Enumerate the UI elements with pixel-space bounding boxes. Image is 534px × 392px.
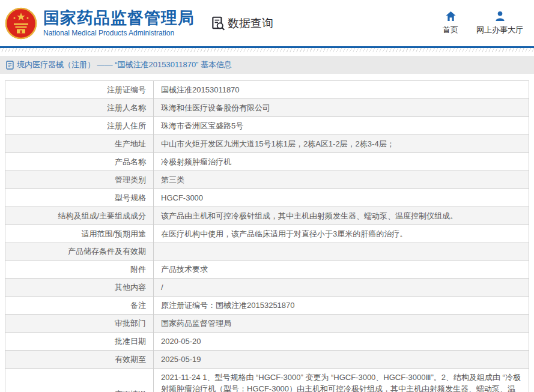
table-row: 生产地址 中山市火炬开发区九洲大道15号1栋1层，2栋A区1-2层，2栋3-4层… [5, 135, 529, 153]
table-row: 审批部门 国家药品监督管理局 [5, 315, 529, 333]
table-row: 产品储存条件及有效期 [5, 243, 529, 261]
row-value: 第三类 [154, 171, 529, 189]
table-row: 注册人住所 珠海市香洲区宝盛路5号 [5, 117, 529, 135]
row-value: 中山市火炬开发区九洲大道15号1栋1层，2栋A区1-2层，2栋3-4层； [154, 135, 529, 153]
row-value: HGCF-3000 [154, 189, 529, 207]
data-query-tab[interactable]: 数据查询 [210, 16, 273, 31]
nav-home[interactable]: 首页 [443, 11, 458, 35]
stripe-band [0, 48, 534, 52]
table-row: 结构及组成/主要组成成分 该产品由主机和可控冷极针组成，其中主机由射频发生器、蠕… [5, 207, 529, 225]
breadcrumb: 境内医疗器械（注册） —— “国械注准20153011870” 基本信息 [6, 59, 232, 70]
row-label: 注册证编号 [5, 81, 154, 99]
national-emblem-icon [5, 7, 37, 40]
row-value: 该产品由主机和可控冷极针组成，其中主机由射频发生器、蠕动泵、温度控制仪组成。 [154, 207, 529, 225]
row-value: 国家药品监督管理局 [154, 315, 529, 333]
row-value: 2025-05-19 [154, 351, 529, 369]
agency-name-block: 国家药品监督管理局 National Medical Products Admi… [43, 9, 195, 37]
table-row: 批准日期 2020-05-20 [5, 333, 529, 351]
table-row: 有效期至 2025-05-19 [5, 351, 529, 369]
row-label: 结构及组成/主要组成成分 [5, 207, 154, 225]
row-value: 冷极射频肿瘤治疗机 [154, 153, 529, 171]
page-header: 国家药品监督管理局 National Medical Products Admi… [0, 0, 534, 46]
table-row: 注册证编号 国械注准20153011870 [5, 81, 529, 99]
data-query-label: 数据查询 [228, 16, 273, 31]
table-row: 适用范围/预期用途 在医疗机构中使用，该产品临床适用于对直径小于3厘米的肝癌的治… [5, 225, 529, 243]
row-label: 有效期至 [5, 351, 154, 369]
row-label: 批准日期 [5, 333, 154, 351]
row-label: 适用范围/预期用途 [5, 225, 154, 243]
agency-name-en: National Medical Products Administration [43, 29, 195, 37]
row-label: 注册人住所 [5, 117, 154, 135]
row-label: 其他内容 [5, 279, 154, 297]
table-row: 注册人名称 珠海和佳医疗设备股份有限公司 [5, 99, 529, 117]
row-label: 管理类别 [5, 171, 154, 189]
document-search-icon [210, 16, 226, 31]
table-row: 附件 产品技术要求 [5, 261, 529, 279]
table-row: 管理类别 第三类 [5, 171, 529, 189]
breadcrumb-bar: 境内医疗器械（注册） —— “国械注准20153011870” 基本信息 [0, 56, 534, 74]
row-value: 珠海和佳医疗设备股份有限公司 [154, 99, 529, 117]
row-value: 国械注准20153011870 [154, 81, 529, 99]
row-value: 2020-05-20 [154, 333, 529, 351]
agency-logo: 国家药品监督管理局 National Medical Products Admi… [5, 7, 195, 40]
home-icon [445, 11, 457, 22]
row-label: 生产地址 [5, 135, 154, 153]
top-nav: 首页 网上办事大厅 [443, 11, 523, 35]
row-value: / [154, 279, 529, 297]
row-label: 产品名称 [5, 153, 154, 171]
nav-hall-label: 网上办事大厅 [476, 25, 523, 35]
table-row: 型号规格 HGCF-3000 [5, 189, 529, 207]
row-label: 备注 [5, 297, 154, 315]
row-value: 原注册证编号：国械注准20153251870 [154, 297, 529, 315]
agency-name-cn: 国家药品监督管理局 [43, 9, 195, 27]
user-icon [494, 11, 506, 22]
row-value: 在医疗机构中使用，该产品临床适用于对直径小于3厘米的肝癌的治疗。 [154, 225, 529, 243]
table-row: 产品名称 冷极射频肿瘤治疗机 [5, 153, 529, 171]
breadcrumb-text: 境内医疗器械（注册） —— “国械注准20153011870” 基本信息 [17, 59, 232, 70]
row-value: 珠海市香洲区宝盛路5号 [154, 117, 529, 135]
table-row: 备注 原注册证编号：国械注准20153251870 [5, 297, 529, 315]
nav-online-hall[interactable]: 网上办事大厅 [476, 11, 523, 35]
table-row-change-history: 变更情况 2021-11-24 1、型号规格由 “HGCF-3000” 变更为 … [5, 369, 529, 392]
row-label: 注册人名称 [5, 99, 154, 117]
table-row: 其他内容 / [5, 279, 529, 297]
registration-detail-table: 注册证编号 国械注准20153011870 注册人名称 珠海和佳医疗设备股份有限… [5, 80, 529, 392]
row-value: 产品技术要求 [154, 261, 529, 279]
row-label: 型号规格 [5, 189, 154, 207]
row-label: 附件 [5, 261, 154, 279]
row-value: 2021-11-24 1、型号规格由 “HGCF-3000” 变更为 “HGCF… [154, 369, 529, 392]
row-label: 审批部门 [5, 315, 154, 333]
row-value [154, 243, 529, 261]
document-icon [6, 61, 14, 70]
row-label: 产品储存条件及有效期 [5, 243, 154, 261]
row-label: 变更情况 [5, 369, 154, 392]
nav-home-label: 首页 [443, 25, 458, 35]
